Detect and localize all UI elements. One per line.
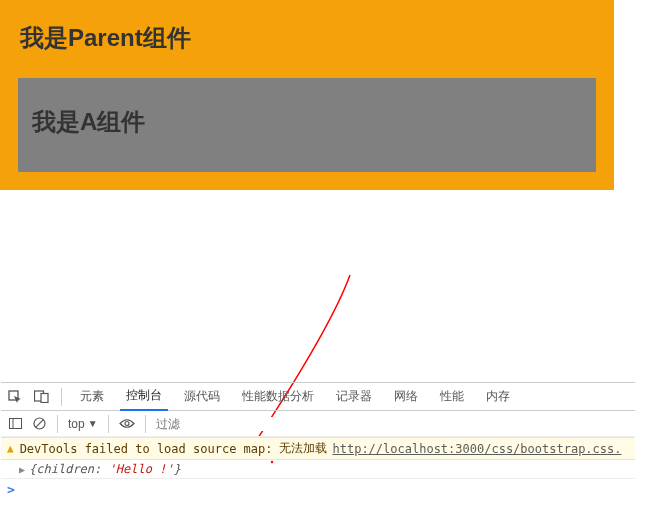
log-value: 'Hello !' [109,462,174,476]
divider [61,388,62,406]
log-key: children: [36,462,108,476]
filter-input[interactable] [156,417,306,431]
divider [108,415,109,433]
svg-rect-3 [41,394,48,403]
tab-performance-insights[interactable]: 性能数据分析 [236,383,320,411]
svg-line-7 [35,420,43,428]
tab-network[interactable]: 网络 [388,383,424,411]
warning-prefix: DevTools failed to load source map: [20,442,273,456]
tab-console[interactable]: 控制台 [120,383,168,411]
parent-component: 我是Parent组件 我是A组件 [0,0,614,190]
tab-memory[interactable]: 内存 [480,383,516,411]
console-log-row[interactable]: ▶{children: 'Hello !'} [1,460,635,479]
log-close: } [174,462,181,476]
expand-arrow-icon[interactable]: ▶ [19,464,25,475]
tab-sources[interactable]: 源代码 [178,383,226,411]
context-selector[interactable]: top ▼ [68,417,98,431]
chevron-down-icon: ▼ [88,418,98,429]
eye-icon[interactable] [119,416,135,432]
svg-point-8 [125,422,129,426]
devtools-tab-bar: 元素 控制台 源代码 性能数据分析 记录器 网络 性能 内存 [1,383,635,411]
console-toolbar: top ▼ [1,411,635,437]
inspect-icon[interactable] [7,389,23,405]
child-component-a: 我是A组件 [18,78,596,172]
warning-text: 无法加载 [279,440,327,457]
tab-recorder[interactable]: 记录器 [330,383,378,411]
console-warning-row: ▲ DevTools failed to load source map: 无法… [1,437,635,460]
sidebar-toggle-icon[interactable] [7,416,23,432]
divider [145,415,146,433]
warning-icon: ▲ [7,442,14,455]
svg-rect-4 [9,419,21,429]
warning-link[interactable]: http://localhost:3000/css/bootstrap.css. [333,442,622,456]
divider [57,415,58,433]
tab-elements[interactable]: 元素 [74,383,110,411]
child-title: 我是A组件 [32,106,582,138]
clear-console-icon[interactable] [31,416,47,432]
context-label: top [68,417,85,431]
parent-title: 我是Parent组件 [20,22,596,54]
tab-performance[interactable]: 性能 [434,383,470,411]
console-prompt[interactable]: > [1,479,635,500]
devtools-panel: 元素 控制台 源代码 性能数据分析 记录器 网络 性能 内存 top ▼ ▲ D… [1,382,635,500]
device-toggle-icon[interactable] [33,389,49,405]
